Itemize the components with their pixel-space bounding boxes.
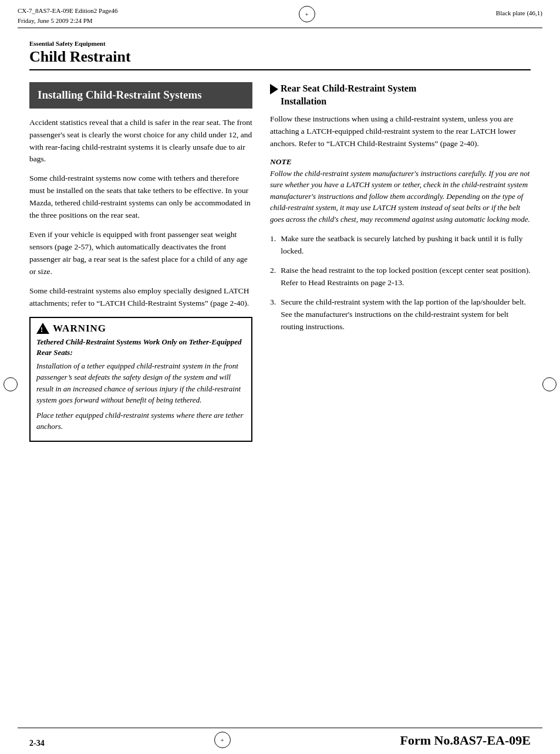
steps-list: 1. Make sure the seatback is securely la… [270, 233, 531, 333]
step-1-text: Make sure the seatback is securely latch… [281, 233, 531, 258]
page-wrapper: CX-7_8AS7-EA-09E Edition2 Page46 Friday,… [0, 0, 560, 754]
step-3-num: 3. [270, 296, 276, 333]
warning-triangle-icon [36, 323, 49, 334]
left-para3: Even if your vehicle is equipped with fr… [29, 229, 252, 278]
rhs-title-block: Rear Seat Child-Restraint System Install… [270, 82, 531, 107]
right-column: Rear Seat Child-Restraint System Install… [270, 82, 531, 442]
installing-title: Installing Child-Restraint Systems [38, 88, 244, 103]
header-circle: + [299, 6, 315, 22]
content-area: Essential Safety Equipment Child Restrai… [0, 28, 560, 454]
note-label: NOTE [270, 157, 531, 167]
warning-title: WARNING [53, 323, 106, 334]
warning-box: WARNING Tethered Child-Restraint Systems… [29, 317, 252, 442]
rhs-heading: Rear Seat Child-Restraint System Install… [281, 82, 416, 107]
rhs-heading-line2: Installation [281, 96, 326, 106]
warning-subtitle: Tethered Child-Restraint Systems Work On… [36, 337, 245, 358]
header-right: Black plate (46,1) [496, 6, 542, 16]
footer-form: Form No.8AS7-EA-09E [400, 733, 531, 748]
section-label: Essential Safety Equipment [29, 40, 531, 47]
step-1-num: 1. [270, 233, 276, 258]
footer-circle: + [214, 732, 231, 748]
left-para4: Some child-restraint systems also employ… [29, 285, 252, 310]
step-2-num: 2. [270, 265, 276, 289]
warning-header: WARNING [36, 323, 245, 334]
left-para1: Accident statistics reveal that a child … [29, 117, 252, 166]
header-line2: Friday, June 5 2009 2:24 PM [18, 16, 117, 26]
step-2-text: Raise the head restraint to the top lock… [281, 265, 531, 289]
step-3-text: Secure the child-restraint system with t… [281, 296, 531, 333]
header-line1: CX-7_8AS7-EA-09E Edition2 Page46 [18, 6, 117, 16]
two-col-layout: Installing Child-Restraint Systems Accid… [29, 82, 531, 442]
header-left: CX-7_8AS7-EA-09E Edition2 Page46 Friday,… [18, 6, 117, 25]
header-bar: CX-7_8AS7-EA-09E Edition2 Page46 Friday,… [0, 0, 560, 28]
warning-body1: Installation of a tether equipped child-… [36, 360, 245, 406]
rhs-triangle-icon [270, 84, 278, 94]
section-title: Child Restraint [29, 48, 531, 66]
step-3: 3. Secure the child-restraint system wit… [270, 296, 531, 333]
footer-content: 2-34 + Form No.8AS7-EA-09E [0, 728, 560, 754]
rhs-intro: Follow these instructions when using a c… [270, 113, 531, 150]
left-column: Installing Child-Restraint Systems Accid… [29, 82, 252, 442]
left-margin-circle [4, 377, 18, 391]
step-2: 2. Raise the head restraint to the top l… [270, 265, 531, 289]
section-divider [29, 69, 531, 70]
installing-box: Installing Child-Restraint Systems [29, 82, 252, 109]
warning-body2: Place tether equipped child-restraint sy… [36, 410, 245, 432]
footer-area: 2-34 + Form No.8AS7-EA-09E [0, 728, 560, 754]
right-margin-circle [542, 377, 556, 391]
footer-page-num: 2-34 [29, 739, 45, 748]
header-center: + [299, 6, 315, 22]
left-para2: Some child-restraint systems now come wi… [29, 173, 252, 222]
step-1: 1. Make sure the seatback is securely la… [270, 233, 531, 258]
note-body: Follow the child-restraint system manufa… [270, 168, 531, 225]
rhs-heading-line1: Rear Seat Child-Restraint System [281, 83, 416, 93]
